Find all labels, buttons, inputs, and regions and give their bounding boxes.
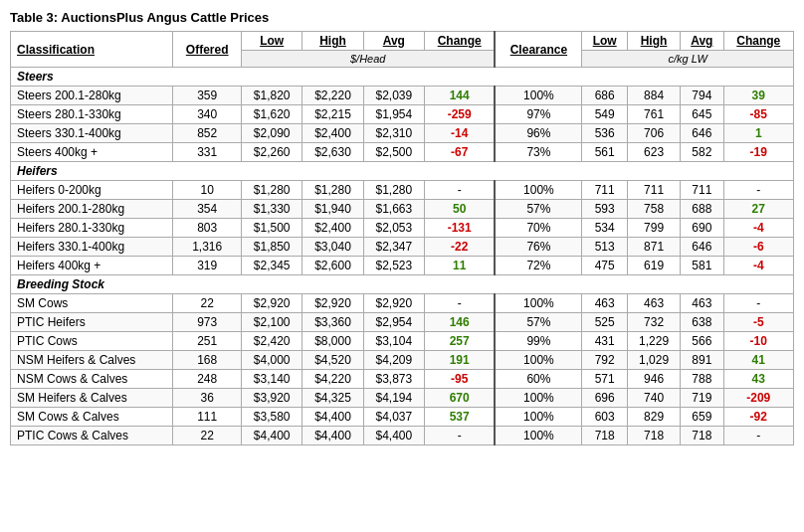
table-cell: $1,280	[363, 181, 424, 200]
table-cell: 788	[681, 370, 723, 389]
table-cell: 794	[681, 87, 723, 105]
table-cell: $2,345	[242, 257, 302, 275]
table-cell: 718	[628, 427, 681, 445]
table-cell: $2,220	[302, 87, 363, 105]
table-cell: $4,400	[242, 427, 302, 445]
table-cell: $1,850	[242, 238, 302, 257]
col-offered: Offered	[173, 32, 242, 68]
table-cell: 50	[424, 200, 495, 219]
table-cell: 100%	[495, 351, 581, 370]
table-cell: $2,400	[302, 219, 363, 238]
table-cell: -5	[723, 313, 793, 332]
table-cell: 603	[582, 408, 628, 427]
table-cell: $4,194	[363, 389, 424, 408]
table-cell: $1,280	[242, 181, 302, 200]
table-cell: 718	[582, 427, 628, 445]
table-cell: $4,000	[242, 351, 302, 370]
table-cell: $2,400	[302, 124, 363, 143]
table-cell: $1,940	[302, 200, 363, 219]
table-cell: $2,920	[363, 294, 424, 313]
table-cell: 688	[681, 200, 723, 219]
col-high-head: High	[302, 32, 363, 51]
table-cell: $3,920	[242, 389, 302, 408]
table-cell: 319	[173, 257, 242, 275]
table-cell: 331	[173, 143, 242, 162]
table-cell: 711	[582, 181, 628, 200]
table-cell: 248	[173, 370, 242, 389]
table-row: NSM Heifers & Calves168$4,000$4,520$4,20…	[11, 351, 794, 370]
table-cell: $4,400	[302, 408, 363, 427]
subhead-ckg-lw: c/kg LW	[582, 51, 794, 68]
table-cell: 463	[628, 294, 681, 313]
table-cell: 696	[582, 389, 628, 408]
table-row: Heifers 330.1-400kg1,316$1,850$3,040$2,3…	[11, 238, 794, 257]
table-cell: $2,920	[302, 294, 363, 313]
table-cell: 111	[173, 408, 242, 427]
table-cell: 191	[424, 351, 495, 370]
table-cell: -22	[424, 238, 495, 257]
table-cell: $1,500	[242, 219, 302, 238]
table-cell: 686	[582, 87, 628, 105]
table-cell: PTIC Heifers	[11, 313, 173, 332]
table-cell: 566	[681, 332, 723, 351]
table-cell: PTIC Cows	[11, 332, 173, 351]
table-cell: $2,260	[242, 143, 302, 162]
table-cell: 251	[173, 332, 242, 351]
table-cell: 60%	[495, 370, 581, 389]
col-high-ckg: High	[628, 32, 681, 51]
table-cell: $3,873	[363, 370, 424, 389]
col-change-head: Change	[424, 32, 495, 51]
table-cell: 57%	[495, 313, 581, 332]
table-cell: 72%	[495, 257, 581, 275]
section-label: Steers	[11, 68, 794, 87]
table-cell: 646	[681, 238, 723, 257]
table-cell: 1,229	[628, 332, 681, 351]
table-cell: $4,209	[363, 351, 424, 370]
table-cell: -14	[424, 124, 495, 143]
subhead-dollar-per-head: $/Head	[242, 51, 496, 68]
table-cell: $2,954	[363, 313, 424, 332]
table-row: Heifers 280.1-330kg803$1,500$2,400$2,053…	[11, 219, 794, 238]
table-cell: -4	[723, 257, 793, 275]
table-row: Steers 200.1-280kg359$1,820$2,220$2,0391…	[11, 87, 794, 105]
table-cell: $4,325	[302, 389, 363, 408]
table-cell: 144	[424, 87, 495, 105]
table-cell: 513	[582, 238, 628, 257]
table-cell: 829	[628, 408, 681, 427]
table-row: SM Cows & Calves111$3,580$4,400$4,037537…	[11, 408, 794, 427]
table-cell: $1,663	[363, 200, 424, 219]
table-cell: 168	[173, 351, 242, 370]
table-cell: -19	[723, 143, 793, 162]
table-cell: 718	[681, 427, 723, 445]
table-cell: $2,053	[363, 219, 424, 238]
col-classification: Classification	[11, 32, 173, 68]
table-cell: $4,400	[363, 427, 424, 445]
section-header-row: Breeding Stock	[11, 275, 794, 294]
table-cell: $4,037	[363, 408, 424, 427]
table-cell: -95	[424, 370, 495, 389]
section-label: Heifers	[11, 162, 794, 181]
table-cell: 146	[424, 313, 495, 332]
table-cell: -10	[723, 332, 793, 351]
table-cell: 646	[681, 124, 723, 143]
table-cell: 431	[582, 332, 628, 351]
table-row: NSM Cows & Calves248$3,140$4,220$3,873-9…	[11, 370, 794, 389]
table-cell: 97%	[495, 105, 581, 124]
table-cell: 852	[173, 124, 242, 143]
table-cell: 463	[582, 294, 628, 313]
table-cell: -	[723, 181, 793, 200]
table-cell: 257	[424, 332, 495, 351]
table-cell: $2,523	[363, 257, 424, 275]
table-cell: $2,310	[363, 124, 424, 143]
table-cell: 593	[582, 200, 628, 219]
table-cell: 619	[628, 257, 681, 275]
table-cell: 711	[681, 181, 723, 200]
table-cell: $3,580	[242, 408, 302, 427]
table-cell: Steers 200.1-280kg	[11, 87, 173, 105]
table-cell: 96%	[495, 124, 581, 143]
table-cell: Heifers 200.1-280kg	[11, 200, 173, 219]
table-cell: 761	[628, 105, 681, 124]
table-cell: 41	[723, 351, 793, 370]
table-cell: 719	[681, 389, 723, 408]
table-cell: 1,029	[628, 351, 681, 370]
